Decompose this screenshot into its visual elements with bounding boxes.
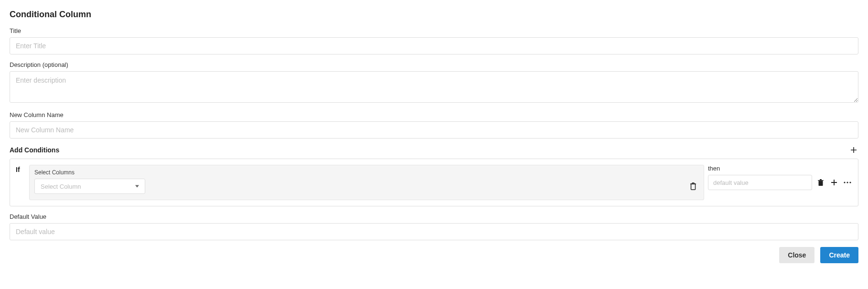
plus-icon [850, 146, 857, 154]
page-title: Conditional Column [10, 10, 858, 20]
default-value-field-group: Default Value [10, 213, 858, 240]
select-column-dropdown[interactable]: Select Column [34, 179, 145, 194]
title-input[interactable] [10, 37, 858, 54]
then-row [708, 175, 852, 190]
create-button[interactable]: Create [820, 247, 858, 263]
svg-point-1 [844, 182, 845, 183]
add-condition-row-button[interactable] [829, 178, 839, 187]
footer-buttons: Close Create [10, 247, 858, 263]
then-label: then [708, 165, 852, 172]
if-label: If [16, 165, 29, 200]
default-value-input[interactable] [10, 223, 858, 240]
conditions-header: Add Conditions [10, 145, 858, 155]
then-block: then [704, 165, 852, 200]
title-label: Title [10, 27, 858, 34]
new-column-name-label: New Column Name [10, 111, 858, 118]
condition-block-row: Select Column [34, 179, 699, 194]
conditions-container: If Select Columns Select Column then [10, 159, 858, 206]
more-options-button[interactable] [843, 178, 852, 187]
description-input[interactable] [10, 71, 858, 103]
delete-inner-condition-button[interactable] [687, 180, 699, 193]
svg-point-3 [849, 182, 851, 183]
svg-point-2 [847, 182, 848, 183]
svg-rect-0 [691, 184, 696, 190]
default-value-label: Default Value [10, 213, 858, 220]
description-label: Description (optional) [10, 61, 858, 68]
trash-icon [689, 182, 697, 191]
trash-icon [817, 179, 824, 186]
title-field-group: Title [10, 27, 858, 54]
delete-condition-row-button[interactable] [816, 178, 825, 187]
then-value-input[interactable] [708, 175, 812, 190]
select-column-placeholder: Select Column [41, 183, 81, 190]
close-button[interactable]: Close [779, 247, 814, 263]
select-columns-label: Select Columns [34, 169, 699, 176]
description-field-group: Description (optional) [10, 61, 858, 105]
new-column-name-field-group: New Column Name [10, 111, 858, 139]
new-column-name-input[interactable] [10, 121, 858, 139]
plus-icon [831, 179, 837, 186]
add-condition-button[interactable] [849, 145, 858, 155]
add-conditions-title: Add Conditions [10, 146, 59, 154]
condition-block: Select Columns Select Column [29, 165, 704, 200]
ellipsis-icon [844, 182, 851, 183]
